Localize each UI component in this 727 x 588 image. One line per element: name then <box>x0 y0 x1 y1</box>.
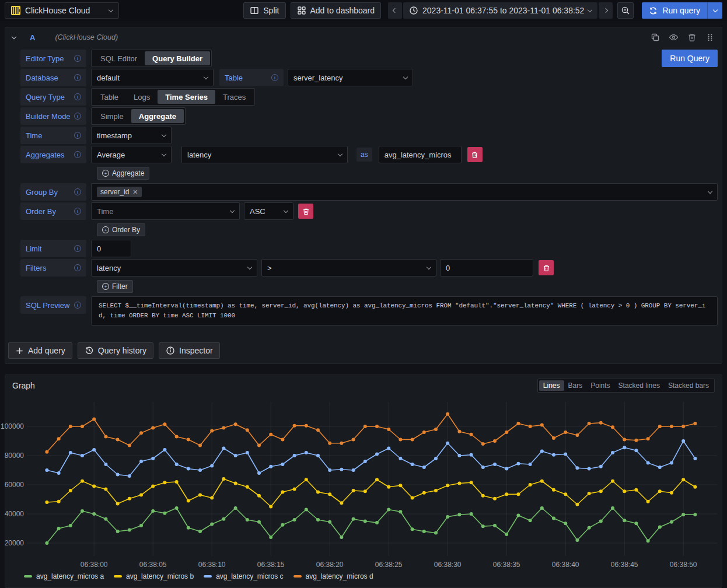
time-range-button[interactable]: 2023-11-01 06:37:55 to 2023-11-01 06:38:… <box>403 2 597 19</box>
as-label: as <box>356 148 372 162</box>
run-query-interval-button[interactable] <box>707 2 722 19</box>
option-lines[interactable]: Lines <box>539 380 564 391</box>
legend-item[interactable]: avg_latency_micros b <box>114 572 194 580</box>
chevron-down-icon <box>247 264 252 269</box>
legend-item[interactable]: avg_latency_micros d <box>293 572 373 580</box>
option-traces[interactable]: Traces <box>215 90 253 104</box>
split-button[interactable]: Split <box>243 2 285 19</box>
chevron-left-icon <box>393 8 397 13</box>
chevron-down-icon <box>338 151 342 156</box>
option-aggregate[interactable]: Aggregate <box>131 109 184 123</box>
legend-series-name: avg_latency_micros b <box>126 572 194 580</box>
time-shift-back-button[interactable] <box>388 2 402 19</box>
order-direction-select[interactable]: ASC <box>244 202 293 220</box>
info-icon[interactable]: i <box>74 264 81 271</box>
info-icon[interactable]: i <box>74 113 81 120</box>
svg-text:06:38:40: 06:38:40 <box>552 561 579 569</box>
clock-icon <box>409 6 418 15</box>
add-order-by-button[interactable]: +Order By <box>97 223 145 236</box>
legend-series-color <box>204 575 212 578</box>
time-series-chart[interactable]: 2000040000600008000010000006:38:0006:38:… <box>1 400 718 569</box>
inspector-button[interactable]: Inspector <box>159 342 220 359</box>
graph-title: Graph <box>12 381 35 390</box>
filter-value-input[interactable]: 0 <box>440 259 533 276</box>
option-simple[interactable]: Simple <box>93 109 131 123</box>
svg-text:06:38:15: 06:38:15 <box>257 561 285 569</box>
info-icon[interactable]: i <box>74 93 81 100</box>
drag-handle-icon[interactable] <box>705 33 715 42</box>
filter-operator-select[interactable]: > <box>261 259 436 276</box>
info-icon[interactable]: i <box>74 74 81 81</box>
info-icon[interactable]: i <box>74 151 81 158</box>
aggregate-alias-input[interactable]: avg_latency_micros <box>379 146 462 163</box>
info-icon[interactable]: i <box>74 208 81 215</box>
limit-input[interactable]: 0 <box>91 240 131 257</box>
table-select[interactable]: server_latency <box>288 69 413 86</box>
trash-icon <box>543 264 550 272</box>
info-icon[interactable]: i <box>74 188 81 195</box>
remove-order-by-button[interactable] <box>298 204 313 219</box>
datasource-picker[interactable]: ClickHouse Cloud <box>5 2 119 19</box>
legend-series-color <box>24 575 32 578</box>
info-icon[interactable]: i <box>74 55 81 62</box>
legend-item[interactable]: avg_latency_micros a <box>24 572 104 580</box>
remove-query-trash-icon[interactable] <box>687 33 697 42</box>
chevron-right-icon <box>603 8 608 13</box>
option-sql-editor[interactable]: SQL Editor <box>93 51 145 65</box>
group-by-label: Group Byi <box>20 183 86 201</box>
option-stacked-bars[interactable]: Stacked bars <box>664 380 713 391</box>
option-bars[interactable]: Bars <box>564 380 587 391</box>
option-points[interactable]: Points <box>586 380 614 391</box>
zoom-out-button[interactable] <box>617 2 634 19</box>
query-datasource-hint: (ClickHouse Cloud) <box>55 33 118 41</box>
add-filter-button[interactable]: +Filter <box>97 280 133 293</box>
svg-text:06:38:20: 06:38:20 <box>316 561 344 569</box>
time-column-select[interactable]: timestamp <box>91 127 172 144</box>
chevron-down-icon <box>588 7 592 12</box>
remove-filter-button[interactable] <box>539 260 554 275</box>
trash-icon <box>302 208 310 215</box>
row-order-by: Order Byi Time ASC <box>20 202 718 220</box>
query-row-header[interactable]: A (ClickHouse Cloud) <box>5 27 722 47</box>
time-shift-forward-button[interactable] <box>599 2 613 19</box>
aggregate-column-select[interactable]: latency <box>181 146 348 163</box>
database-select[interactable]: default <box>91 69 214 86</box>
plus-circle-icon: + <box>102 226 109 233</box>
info-icon[interactable]: i <box>74 245 81 252</box>
option-logs[interactable]: Logs <box>126 90 158 104</box>
order-by-field-select[interactable]: Time <box>91 202 240 220</box>
row-time: Timei timestamp <box>20 127 718 144</box>
svg-text:100000: 100000 <box>1 422 24 430</box>
aggregate-function-select[interactable]: Average <box>91 146 172 163</box>
duplicate-query-icon[interactable] <box>651 33 660 42</box>
run-query-button[interactable]: Run query <box>642 2 707 19</box>
svg-text:06:38:00: 06:38:00 <box>81 561 108 569</box>
group-by-multiselect[interactable]: server_id✕ <box>91 183 718 201</box>
chart-legend: avg_latency_micros aavg_latency_micros b… <box>24 572 717 581</box>
remove-chip-icon[interactable]: ✕ <box>132 188 138 196</box>
query-editor-panel: A (ClickHouse Cloud) Editor Typei SQL Ed… <box>5 27 722 364</box>
trash-icon <box>471 151 478 159</box>
run-query-editor-button[interactable]: Run Query <box>662 50 718 67</box>
search-minus-icon <box>621 6 630 15</box>
chevron-down-icon <box>109 7 113 12</box>
filter-field-select[interactable]: latency <box>91 259 257 276</box>
option-table[interactable]: Table <box>93 90 126 104</box>
remove-aggregate-button[interactable] <box>467 147 483 162</box>
info-icon[interactable]: i <box>74 302 81 309</box>
query-history-button[interactable]: Query history <box>78 342 153 359</box>
editor-footer: Add query Query history Inspector <box>5 327 722 363</box>
add-aggregate-button[interactable]: +Aggregate <box>97 167 149 180</box>
option-time-series[interactable]: Time Series <box>158 90 215 104</box>
legend-item[interactable]: avg_latency_micros c <box>204 572 283 580</box>
option-query-builder[interactable]: Query Builder <box>145 51 210 65</box>
info-icon[interactable]: i <box>271 74 278 81</box>
disable-query-eye-icon[interactable] <box>669 33 679 42</box>
query-type-radio-group: Table Logs Time Series Traces <box>91 88 255 106</box>
option-stacked-lines[interactable]: Stacked lines <box>614 380 664 391</box>
add-query-button[interactable]: Add query <box>8 342 72 359</box>
plus-icon <box>15 346 24 355</box>
plus-circle-icon: + <box>102 283 109 290</box>
add-to-dashboard-button[interactable]: Add to dashboard <box>291 2 382 19</box>
info-icon[interactable]: i <box>74 132 81 139</box>
